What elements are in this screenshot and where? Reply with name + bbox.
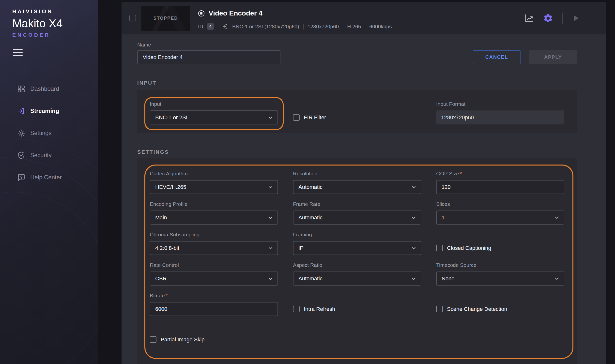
checkbox-box[interactable] xyxy=(436,306,443,312)
bitrate-label: Bitrate* xyxy=(150,293,278,299)
id-label: ID xyxy=(198,24,203,30)
framing-select[interactable]: IP xyxy=(293,241,421,255)
timecode-source-cell: Timecode Source None xyxy=(436,262,564,286)
sidebar-item-dashboard[interactable]: Dashboard xyxy=(0,78,98,100)
closed-captioning-label: Closed Captioning xyxy=(447,245,491,251)
meta-resolution-value: 1280x720p60 xyxy=(308,24,339,30)
sidebar-item-settings[interactable]: Settings xyxy=(0,122,98,144)
encoder-title: Video Encoder 4 xyxy=(209,9,262,17)
frame-rate-cell: Frame Rate Automatic xyxy=(293,201,421,225)
name-input[interactable] xyxy=(137,50,280,64)
stopped-status-icon xyxy=(198,10,205,17)
gear-icon xyxy=(17,129,25,137)
input-select[interactable]: BNC-1 or 2SI xyxy=(150,110,278,124)
chroma-subsampling-select[interactable]: 4:2:0 8-bit xyxy=(150,241,278,255)
settings-card: Codec Algorithm HEVC/H.265 Resolution Au… xyxy=(137,158,577,364)
gop-size-cell: GOP Size* xyxy=(436,171,564,194)
streaming-icon xyxy=(17,107,25,115)
chroma-subsampling-label: Chroma Subsampling xyxy=(150,232,278,238)
scene-change-detection-checkbox[interactable]: Scene Change Detection xyxy=(436,306,507,312)
checkbox-box[interactable] xyxy=(293,114,300,121)
select-encoder-checkbox[interactable] xyxy=(129,15,136,21)
intra-refresh-checkbox[interactable]: Intra Refresh xyxy=(293,306,335,312)
checkbox-box[interactable] xyxy=(436,245,443,251)
required-mark: * xyxy=(460,171,462,176)
slices-label: Slices xyxy=(436,201,564,208)
sidebar-item-security[interactable]: Security xyxy=(0,144,98,166)
dashboard-icon xyxy=(17,85,25,93)
cancel-button[interactable]: CANCEL xyxy=(473,50,521,64)
rate-control-select[interactable]: CBR xyxy=(150,272,278,286)
sidebar-item-help-center[interactable]: Help Center xyxy=(0,166,98,188)
sidebar-item-streaming[interactable]: Streaming xyxy=(0,100,98,122)
chevron-down-icon xyxy=(554,275,560,282)
timecode-source-select[interactable]: None xyxy=(436,272,564,286)
partial-image-skip-cell: Partial Image Skip xyxy=(150,323,278,347)
partial-image-skip-checkbox[interactable]: Partial Image Skip xyxy=(150,336,205,343)
meta-input-value: BNC-1 or 2SI (1280x720p60) xyxy=(232,24,299,30)
frame-rate-value: Automatic xyxy=(298,214,323,221)
codec-algorithm-value: HEVC/H.265 xyxy=(155,184,186,190)
intra-refresh-label: Intra Refresh xyxy=(304,306,335,312)
chroma-subsampling-cell: Chroma Subsampling 4:2:0 8-bit xyxy=(150,232,278,255)
hamburger-menu-icon[interactable] xyxy=(13,49,23,56)
sidebar-item-label: Help Center xyxy=(30,174,62,181)
framing-value: IP xyxy=(298,245,304,251)
closed-captioning-checkbox[interactable]: Closed Captioning xyxy=(436,245,491,251)
start-encoder-play-icon[interactable] xyxy=(571,14,580,23)
separator xyxy=(343,24,343,30)
input-card: Input BNC-1 or 2SI FIR Filter xyxy=(137,90,577,133)
chevron-down-icon xyxy=(411,214,417,221)
sidebar-item-label: Settings xyxy=(30,130,52,136)
resolution-cell: Resolution Automatic xyxy=(293,171,421,194)
timecode-source-value: None xyxy=(442,275,455,282)
slices-select[interactable]: 1 xyxy=(436,211,564,225)
chevron-down-icon xyxy=(411,184,417,190)
chroma-subsampling-value: 4:2:0 8-bit xyxy=(155,245,179,251)
slices-value: 1 xyxy=(442,214,445,221)
framing-label: Framing xyxy=(293,232,421,238)
required-mark: * xyxy=(166,293,168,298)
resolution-label: Resolution xyxy=(293,171,421,177)
resolution-select[interactable]: Automatic xyxy=(293,180,421,194)
input-format-cell: Input Format 1280x720p60 xyxy=(436,101,564,124)
encoding-profile-label: Encoding Profile xyxy=(150,201,278,208)
encoder-header: STOPPED Video Encoder 4 ID 4 BNC-1 or 2S… xyxy=(122,2,606,34)
statistics-icon[interactable] xyxy=(524,13,534,23)
checkbox-box[interactable] xyxy=(293,306,300,312)
separator xyxy=(562,13,563,24)
codec-algorithm-select[interactable]: HEVC/H.265 xyxy=(150,180,278,194)
gop-size-label: GOP Size* xyxy=(436,171,564,177)
id-badge: 4 xyxy=(207,23,214,30)
bitrate-input[interactable] xyxy=(150,302,278,316)
encoding-profile-select[interactable]: Main xyxy=(150,211,278,225)
sidebar-nav: Dashboard Streaming Settings Security xyxy=(0,78,98,188)
checkbox-box[interactable] xyxy=(150,336,156,343)
video-thumbnail[interactable]: STOPPED xyxy=(141,6,190,31)
bitrate-cell: Bitrate* xyxy=(150,293,278,316)
scene-change-detection-cell: Scene Change Detection xyxy=(436,293,564,316)
meta-bitrate-value: 6000kbps xyxy=(369,24,392,30)
chevron-down-icon xyxy=(267,245,274,251)
chevron-down-icon xyxy=(267,214,274,221)
chevron-down-icon xyxy=(554,214,560,221)
input-format-value: 1280x720p60 xyxy=(441,114,474,121)
encoding-profile-cell: Encoding Profile Main xyxy=(150,201,278,225)
frame-rate-select[interactable]: Automatic xyxy=(293,211,421,225)
sidebar-item-label: Security xyxy=(30,152,52,159)
shield-icon xyxy=(17,151,25,159)
chevron-down-icon xyxy=(411,245,417,251)
chevron-down-icon xyxy=(411,275,417,282)
product-role: ENCODER xyxy=(12,32,98,38)
intra-refresh-cell: Intra Refresh xyxy=(293,293,421,316)
aspect-ratio-select[interactable]: Automatic xyxy=(293,272,421,286)
separator xyxy=(303,24,304,30)
resolution-value: Automatic xyxy=(298,184,323,190)
input-format-value-field: 1280x720p60 xyxy=(436,110,564,124)
fir-filter-checkbox[interactable]: FIR Filter xyxy=(293,114,326,121)
gop-size-input[interactable] xyxy=(436,180,564,194)
input-port-icon xyxy=(222,23,228,30)
fir-filter-label: FIR Filter xyxy=(304,114,326,121)
apply-button[interactable]: APPLY xyxy=(529,50,577,64)
encoder-settings-gear-icon[interactable] xyxy=(543,13,553,23)
